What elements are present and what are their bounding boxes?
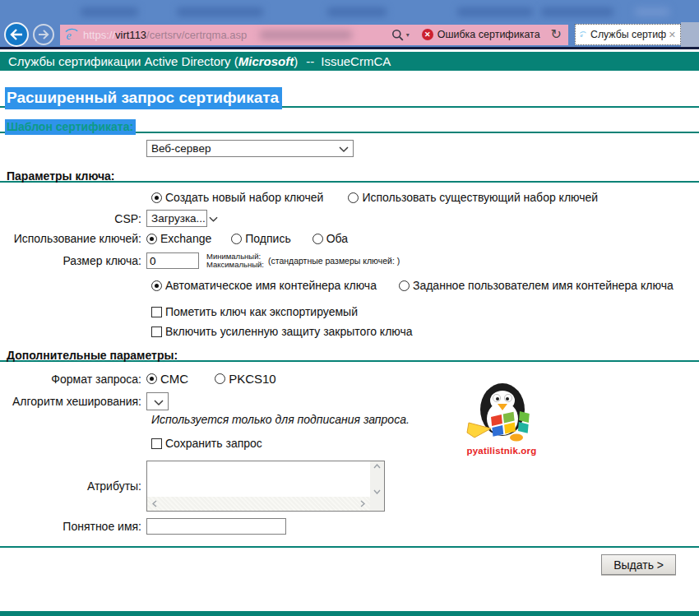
scrollbar-corner: [370, 497, 384, 511]
key-size-input[interactable]: [146, 252, 199, 269]
key-size-label: Размер ключа:: [0, 254, 141, 267]
friendly-name-input[interactable]: [146, 518, 286, 535]
blurred-title-text: [81, 7, 138, 16]
search-icon[interactable]: [391, 29, 404, 41]
radio-user-container-name[interactable]: [399, 280, 410, 291]
watermark-logo: pyatilistnik.org: [463, 378, 540, 456]
banner-brand: Microsoft: [238, 54, 294, 68]
radio-user-container-name-label: Заданное пользователем имя контейнера кл…: [413, 279, 674, 292]
scroll-left-icon[interactable]: [152, 500, 157, 507]
checkbox-save-request-label: Сохранить запрос: [165, 437, 262, 450]
submit-button[interactable]: Выдать >: [601, 554, 676, 575]
section-rule: [0, 546, 699, 548]
radio-use-existing-keyset[interactable]: [348, 192, 359, 203]
forward-arrow-icon: [38, 30, 49, 39]
site-banner: Службы сертификации Active Directory (Mi…: [0, 52, 699, 71]
certificate-error-label: Ошибка сертификата: [437, 29, 540, 40]
csp-select[interactable]: Загрузка...: [146, 210, 207, 227]
attributes-textarea[interactable]: [146, 461, 385, 512]
radio-auto-container-name[interactable]: [151, 280, 162, 291]
blurred-window-controls: [635, 7, 669, 16]
address-bar-actions: ▾ ✕ Ошибка сертификата ↻: [391, 28, 562, 41]
csp-label: CSP:: [0, 212, 141, 225]
hash-algorithm-select[interactable]: [146, 392, 169, 410]
browser-window: e https://virt113/certsrv/certrqma.asp ▾…: [0, 0, 699, 616]
radio-auto-container-name-label: Автоматическое имя контейнера ключа: [165, 279, 377, 292]
browser-toolbar: e https://virt113/certsrv/certrqma.asp ▾…: [0, 22, 699, 47]
key-options-section-label: Параметры ключа:: [5, 169, 117, 184]
chrome-divider: [0, 47, 699, 49]
banner-ca-name: IssueCrmCA: [321, 54, 391, 68]
refresh-icon[interactable]: ↻: [551, 28, 562, 41]
forward-button[interactable]: [33, 24, 54, 45]
key-size-minmax: Минимальный: Максимальный:: [206, 252, 264, 269]
template-select[interactable]: Веб-сервер: [146, 140, 354, 157]
additional-options-section-label: Дополнительные параметры:: [5, 348, 180, 364]
url-host: virt113: [115, 29, 146, 41]
key-usage-label: Использование ключей:: [0, 232, 141, 245]
attributes-textarea-content[interactable]: [147, 461, 370, 497]
window-titlebar: [0, 0, 699, 22]
template-section-label: Шаблон сертификата:: [5, 119, 136, 135]
back-arrow-icon: [10, 29, 23, 40]
watermark-caption: pyatilistnik.org: [463, 446, 540, 456]
url-scheme: https://: [83, 29, 115, 41]
radio-format-pkcs10[interactable]: [215, 373, 225, 384]
blurred-title-text: [177, 7, 263, 16]
error-x-icon: ✕: [422, 29, 433, 40]
radio-use-existing-keyset-label: Использовать существующий набор ключей: [362, 191, 598, 204]
banner-prefix: Службы сертификации Active Directory (: [8, 54, 238, 68]
checkbox-strong-protection[interactable]: [151, 327, 162, 337]
key-size-max-label: Максимальный:: [206, 260, 264, 269]
page-title: Расширенный запрос сертификата: [5, 87, 282, 109]
radio-usage-exchange[interactable]: [146, 234, 157, 244]
horizontal-scrollbar[interactable]: [147, 497, 370, 511]
radio-usage-signature-label: Подпись: [245, 232, 290, 245]
blurred-title-text: [541, 7, 613, 16]
banner-suffix: ): [294, 54, 298, 68]
certificate-error-badge[interactable]: ✕ Ошибка сертификата: [422, 29, 540, 40]
tab-title: Службы сертификации Ас...: [590, 29, 666, 40]
scroll-down-icon[interactable]: [373, 489, 381, 494]
vertical-scrollbar[interactable]: [370, 461, 384, 497]
blurred-title-text: [327, 7, 387, 16]
radio-create-new-keyset[interactable]: [151, 192, 162, 203]
scroll-right-icon[interactable]: [360, 500, 365, 507]
ie-logo-icon: e: [65, 28, 78, 41]
penguin-windows-icon: [464, 378, 539, 444]
chevron-down-icon: [336, 141, 353, 155]
csp-select-value: Загрузка...: [151, 212, 206, 225]
address-bar[interactable]: e https://virt113/certsrv/certrqma.asp ▾…: [60, 25, 568, 45]
hash-note: Используется только для подписания запро…: [151, 413, 699, 426]
key-size-standard-note: (стандартные размеры ключей: ): [268, 256, 400, 266]
radio-format-cmc-label: CMC: [160, 372, 188, 386]
chevron-down-icon: [150, 395, 168, 409]
hash-algorithm-label: Алгоритм хеширования:: [0, 395, 141, 408]
checkbox-mark-exportable-label: Пометить ключ как экспортируемый: [165, 305, 358, 318]
checkbox-save-request[interactable]: [151, 438, 162, 449]
blurred-title-text: [457, 7, 533, 16]
radio-format-cmc[interactable]: [146, 373, 157, 384]
browser-tab[interactable]: e Службы сертификации Ас... ✕: [575, 24, 681, 45]
radio-usage-signature[interactable]: [231, 234, 242, 244]
radio-create-new-keyset-label: Создать новый набор ключей: [165, 191, 323, 204]
banner-dash: --: [306, 54, 314, 68]
request-format-label: Формат запроса:: [0, 373, 141, 386]
radio-format-pkcs10-label: PKCS10: [229, 372, 276, 386]
radio-usage-both[interactable]: [312, 234, 323, 244]
tab-close-icon[interactable]: ✕: [666, 30, 676, 39]
search-dropdown-icon[interactable]: ▾: [406, 31, 410, 39]
checkbox-mark-exportable[interactable]: [151, 307, 162, 317]
radio-usage-exchange-label: Exchange: [160, 232, 211, 245]
blurred-address-text: [260, 30, 352, 39]
template-select-value: Веб-сервер: [151, 142, 211, 155]
scroll-up-icon[interactable]: [373, 464, 381, 469]
friendly-name-label: Понятное имя:: [0, 520, 141, 533]
page-footer-bar: [0, 611, 699, 616]
ie-logo-icon: e: [580, 29, 586, 40]
chevron-down-icon: [206, 211, 222, 225]
url-text: https://virt113/certsrv/certrqma.asp: [83, 29, 247, 41]
tab-strip: [681, 22, 699, 47]
radio-usage-both-label: Оба: [326, 232, 348, 245]
back-button[interactable]: [4, 22, 29, 47]
